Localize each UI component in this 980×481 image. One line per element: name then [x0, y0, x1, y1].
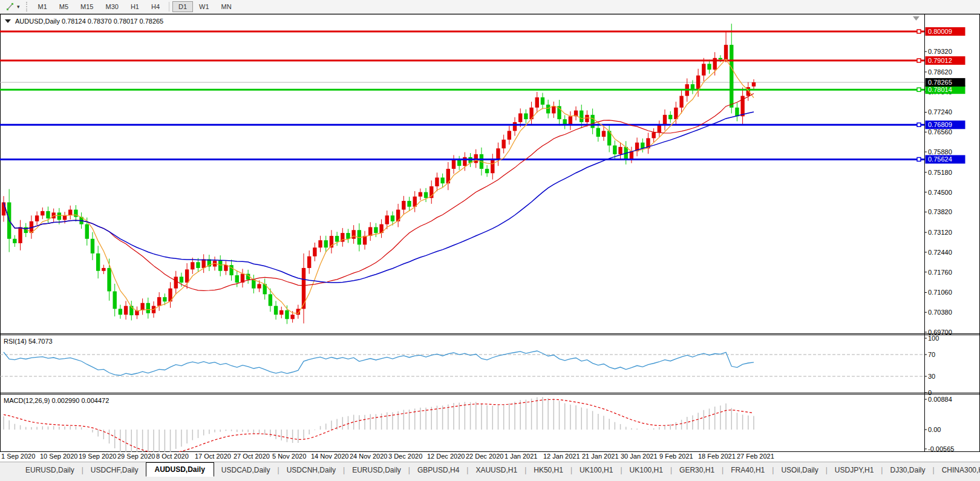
- svg-text:0.78265: 0.78265: [928, 79, 952, 86]
- date-label: 27 Oct 2020: [234, 453, 270, 460]
- bottom-strip: [0, 477, 980, 481]
- date-label: 12 Dec 2020: [427, 453, 465, 460]
- date-label: 19 Sep 2020: [79, 453, 116, 460]
- chart-frame: [1, 15, 980, 452]
- toolbar: ▾ M1M5M15M30H1H4D1W1MN: [0, 0, 980, 14]
- macd-label: MACD(12,26,9) 0.002990 0.004472: [4, 397, 109, 404]
- timeframe-button-d1[interactable]: D1: [172, 1, 193, 12]
- svg-text:0.71760: 0.71760: [928, 269, 952, 276]
- date-label: 8 Oct 2020: [156, 453, 189, 460]
- timeframe-button-m1[interactable]: M1: [32, 1, 53, 12]
- timeframe-button-mn[interactable]: MN: [215, 1, 238, 12]
- svg-text:0.74500: 0.74500: [928, 189, 952, 196]
- chart-tab-usoil-daily[interactable]: USOil,Daily: [774, 463, 825, 477]
- crosshair-tool-button[interactable]: ▾: [2, 2, 22, 11]
- date-label: 29 Sep 2020: [117, 453, 155, 460]
- svg-text:70: 70: [928, 351, 935, 358]
- svg-text:-0.00565: -0.00565: [928, 445, 954, 452]
- chart-tab-uk100-h1[interactable]: UK100,H1: [622, 463, 670, 477]
- svg-text:0.72440: 0.72440: [928, 249, 952, 256]
- svg-text:30: 30: [928, 373, 935, 380]
- caret-down-icon[interactable]: ▾: [17, 4, 20, 10]
- timeframe-button-h1[interactable]: H1: [125, 1, 145, 12]
- svg-text:0.00: 0.00: [928, 426, 941, 433]
- svg-text:0.79012: 0.79012: [928, 57, 952, 64]
- rsi-label: RSI(14) 54.7073: [4, 338, 53, 345]
- date-label: 17 Oct 2020: [195, 453, 231, 460]
- date-label: 27 Feb 2021: [737, 453, 774, 460]
- date-label: 30 Jan 2021: [621, 453, 658, 460]
- svg-text:0.71060: 0.71060: [928, 289, 952, 296]
- svg-text:0.73820: 0.73820: [928, 208, 952, 215]
- timeframe-button-w1[interactable]: W1: [193, 1, 215, 12]
- svg-text:0.75880: 0.75880: [928, 148, 952, 155]
- timeframe-buttons: M1M5M15M30H1H4D1W1MN: [32, 1, 238, 12]
- chart-tab-uk100-h1[interactable]: UK100,H1: [572, 463, 620, 477]
- date-label: 10 Sep 2020: [40, 453, 77, 460]
- svg-text:0.75624: 0.75624: [928, 155, 952, 163]
- chart-tab-audusd-daily[interactable]: AUDUSD,Daily: [146, 462, 214, 477]
- svg-text:0.79320: 0.79320: [928, 48, 952, 55]
- svg-text:0.77240: 0.77240: [928, 108, 952, 116]
- toolbar-separator: [169, 2, 169, 11]
- svg-text:100: 100: [928, 335, 939, 342]
- chart-tab-usdjpy-h1[interactable]: USDJPY,H1: [828, 463, 881, 477]
- svg-text:0.78620: 0.78620: [928, 68, 952, 76]
- svg-text:0.00884: 0.00884: [928, 396, 952, 403]
- chart-tab-hk50-h1[interactable]: HK50,H1: [526, 463, 570, 477]
- chart-tab-gbpusd-h4[interactable]: GBPUSD,H4: [410, 463, 466, 477]
- chart-title: AUDUSD,Daily 0.78124 0.78370 0.78017 0.7…: [5, 18, 163, 25]
- chart-tab-dj30-daily[interactable]: DJ30,Daily: [883, 463, 932, 477]
- chart-tab-usdcnh-daily[interactable]: USDCNH,Daily: [279, 463, 343, 477]
- timeframe-button-m15[interactable]: M15: [74, 1, 99, 12]
- svg-text:0.78014: 0.78014: [928, 86, 952, 93]
- svg-text:0.75180: 0.75180: [928, 169, 952, 176]
- chart-tab-xauusd-h1[interactable]: XAUUSD,H1: [468, 463, 524, 477]
- date-label: 1 Sep 2020: [1, 453, 35, 460]
- svg-text:0.76809: 0.76809: [928, 121, 952, 128]
- svg-text:0.70380: 0.70380: [928, 309, 952, 316]
- crosshair-tool-icon: [5, 2, 16, 11]
- toolbar-drag-handle[interactable]: [26, 2, 28, 11]
- date-label: 22 Dec 2020: [466, 453, 503, 460]
- timeframe-button-m5[interactable]: M5: [53, 1, 74, 12]
- date-label: 5 Nov 2020: [272, 453, 306, 460]
- date-label: 9 Feb 2021: [659, 453, 693, 460]
- svg-text:AUDUSD,Daily 0.78124 0.78370: AUDUSD,Daily 0.78124 0.78370 0.78017 0.7…: [15, 18, 163, 25]
- chart-tab-eurusd-daily[interactable]: EURUSD,Daily: [18, 463, 82, 477]
- svg-text:0.73120: 0.73120: [928, 229, 952, 236]
- main-chart-canvas[interactable]: 0.793200.786200.779400.772400.765600.758…: [0, 14, 980, 452]
- date-label: 3 Dec 2020: [388, 453, 422, 460]
- date-label: 18 Feb 2021: [698, 453, 736, 460]
- date-axis: 1 Sep 202010 Sep 202019 Sep 202029 Sep 2…: [0, 452, 980, 462]
- date-label: 24 Nov 2020: [350, 453, 387, 460]
- svg-text:0.80009: 0.80009: [928, 28, 952, 35]
- chart-tab-usdcad-daily[interactable]: USDCAD,Daily: [214, 463, 278, 477]
- date-label: 1 Jan 2021: [505, 453, 537, 460]
- chart-tab-eurusd-daily[interactable]: EURUSD,Daily: [345, 463, 408, 477]
- svg-text:0.76560: 0.76560: [928, 128, 952, 136]
- date-label: 21 Jan 2021: [582, 453, 619, 460]
- chart-tab-ger30-h1[interactable]: GER30,H1: [672, 463, 722, 477]
- chart-tab-fra40-h1[interactable]: FRA40,H1: [724, 463, 772, 477]
- chart-tab-china300-h1[interactable]: CHINA300,H1: [935, 463, 980, 477]
- date-label: 12 Jan 2021: [543, 453, 580, 460]
- chart-tabs: EURUSD,Daily|USDCHF,DailyAUDUSD,DailyUSD…: [0, 462, 980, 477]
- chart-window[interactable]: 0.793200.786200.779400.772400.765600.758…: [0, 14, 980, 452]
- chart-tab-usdchf-daily[interactable]: USDCHF,Daily: [83, 463, 146, 477]
- timeframe-button-m30[interactable]: M30: [100, 1, 125, 12]
- date-label: 14 Nov 2020: [311, 453, 348, 460]
- timeframe-button-h4[interactable]: H4: [145, 1, 166, 12]
